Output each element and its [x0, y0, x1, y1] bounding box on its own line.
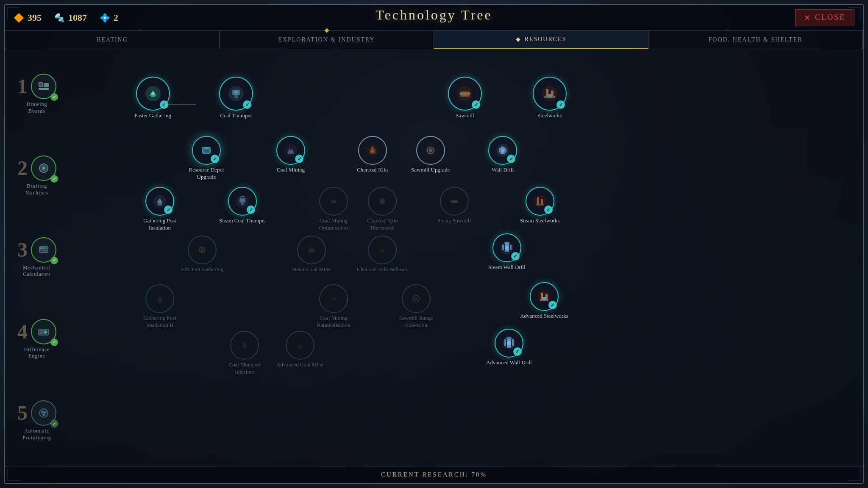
wall-drill-circle: ✓: [488, 136, 517, 165]
node-steam-sawmill[interactable]: Steam Sawmill: [437, 187, 471, 225]
gold-icon: 🔶: [14, 13, 24, 23]
svg-point-83: [534, 195, 546, 208]
tabs-bar: HEATING EXPLORATION & INDUSTRY ◆ RESOURC…: [5, 30, 863, 49]
era-sidebar: 1 ✓ DrawingBoards 2: [9, 53, 64, 462]
resource-metal: 🔩 1087: [54, 12, 87, 23]
node-coal-mining-rationalisation[interactable]: Coal Mining Rationalisation: [308, 284, 359, 329]
node-resource-depot[interactable]: ✓ Resource Depot Upgrade: [181, 136, 232, 181]
node-sawmill-range-extension[interactable]: Sawmill Range Extension: [391, 284, 442, 329]
era-3-label: MechanicalCalculators: [23, 265, 51, 278]
gathering-post-insulation-check: ✓: [164, 205, 172, 214]
svg-point-98: [327, 292, 340, 305]
svg-point-15: [45, 331, 46, 333]
svg-rect-2: [44, 83, 49, 87]
steam-wall-drill-circle: ✓: [492, 233, 521, 262]
tab-heating[interactable]: HEATING: [5, 30, 220, 49]
svg-point-50: [463, 92, 467, 96]
sawmill-range-extension-circle: [402, 284, 431, 313]
node-advanced-steelworks[interactable]: ✓ Advanced Steelworks: [520, 282, 568, 320]
svg-point-46: [234, 91, 238, 94]
era-2: 2 ✓ DraftingMachines: [9, 155, 64, 196]
sawmill-upgrade-circle: [416, 136, 445, 165]
coal-thumper-circle: ✓: [219, 77, 253, 111]
metal-value: 1087: [68, 12, 87, 23]
steam-steelworks-circle: ✓: [526, 187, 554, 216]
close-x-icon: ✕: [804, 13, 812, 22]
gems-icon: 💠: [100, 13, 110, 23]
node-coal-thumper-injectors[interactable]: Coal Thumper Injectors: [219, 331, 270, 376]
node-steam-steelworks[interactable]: ✓ Steam Steelworks: [520, 187, 560, 225]
svg-rect-45: [234, 95, 238, 98]
node-faster-gathering[interactable]: ✓ Faster Gathering: [134, 77, 171, 119]
tab-food-health-shelter[interactable]: FOOD, HEALTH & SHELTER: [648, 30, 863, 49]
svg-rect-86: [536, 204, 544, 205]
era-5-check: ✓: [50, 420, 58, 427]
wall-drill-label: Wall Drill: [492, 166, 514, 174]
coal-thumper-label: Coal Thumper: [220, 112, 252, 119]
tab-resources[interactable]: ◆ RESOURCES: [434, 30, 648, 49]
node-steam-wall-drill[interactable]: ✓ Steam Wall Drill: [488, 233, 526, 271]
era-4-check: ✓: [50, 338, 58, 346]
svg-point-59: [284, 144, 297, 157]
coal-mining-rationalisation-circle: [319, 284, 348, 313]
page-title: Technology Tree: [376, 7, 492, 23]
tab-exploration-industry[interactable]: EXPLORATION & INDUSTRY: [220, 30, 434, 49]
resource-depot-circle: ✓: [192, 136, 221, 165]
node-wall-drill[interactable]: ✓ Wall Drill: [488, 136, 517, 174]
node-gathering-post-insulation[interactable]: ✓ Gathering Post Insulation: [134, 187, 185, 232]
node-advanced-coal-mine[interactable]: Advanced Coal Mine: [276, 331, 323, 369]
close-label: CLOSE: [815, 13, 846, 22]
coal-mining-optimisation-label: Coal Mining Optimisation: [308, 217, 359, 232]
svg-point-17: [42, 413, 45, 416]
svg-rect-60: [288, 152, 294, 154]
era-5-label: AutomaticPrototyping: [22, 428, 51, 441]
svg-point-101: [415, 297, 417, 300]
sawmill-label: Sawmill: [456, 112, 474, 119]
wall-drill-check: ✓: [507, 155, 515, 163]
node-steam-coal-mine[interactable]: Steam Coal Mine: [292, 236, 331, 273]
main-frame: 🔶 395 🔩 1087 💠 2 Technology Tree ✕ CLOSE…: [4, 4, 864, 484]
node-gathering-post-insulation-2[interactable]: Gathering Post Insulation II: [134, 284, 185, 329]
charcoal-kiln-bellows-label: Charcoal Kiln Bellows: [357, 266, 407, 273]
node-sawmill[interactable]: ✓ Sawmill: [448, 77, 482, 119]
node-sawmill-upgrade[interactable]: Sawmill Upgrade: [411, 136, 450, 174]
faster-gathering-circle: ✓: [136, 77, 170, 111]
svg-point-6: [42, 167, 45, 169]
era-4-label: DifferenceEngine: [24, 347, 50, 360]
gathering-post-insulation-2-circle: [145, 284, 174, 313]
node-efficient-gathering[interactable]: Efficient Gathering: [181, 236, 223, 273]
node-coal-thumper[interactable]: ✓ Coal Thumper: [219, 77, 253, 119]
node-charcoal-kiln[interactable]: Charcoal Kiln: [357, 136, 388, 174]
coal-mining-circle: ✓: [276, 136, 305, 165]
svg-rect-74: [239, 198, 245, 202]
svg-rect-106: [542, 297, 546, 300]
era-3-check: ✓: [50, 257, 58, 264]
gathering-post-insulation-2-label: Gathering Post Insulation II: [134, 315, 185, 329]
svg-point-51: [542, 86, 557, 101]
advanced-steelworks-label: Advanced Steelworks: [520, 313, 568, 320]
coal-thumper-injectors-label: Coal Thumper Injectors: [219, 361, 270, 376]
svg-point-63: [371, 150, 374, 152]
era-1-label: DrawingBoards: [27, 101, 47, 114]
node-charcoal-kiln-bellows[interactable]: Charcoal Kiln Bellows: [357, 236, 407, 273]
svg-rect-10: [45, 247, 47, 249]
gathering-post-insulation-circle: ✓: [145, 187, 174, 216]
coal-mining-check: ✓: [295, 155, 303, 163]
resource-gems: 💠 2: [100, 12, 118, 23]
node-steam-coal-thumper[interactable]: ✓ Steam Coal Thumper: [219, 187, 266, 225]
node-advanced-wall-drill[interactable]: ✓ Advanced Wall Drill: [486, 329, 532, 366]
node-coal-mining[interactable]: ✓ Coal Mining: [276, 136, 305, 174]
svg-point-114: [507, 341, 511, 345]
svg-point-102: [538, 290, 551, 303]
svg-point-92: [381, 249, 384, 251]
node-steelworks[interactable]: ✓ Steelworks: [533, 77, 567, 119]
tab-diamond-icon: ◆: [516, 36, 521, 43]
steam-coal-thumper-circle: ✓: [228, 187, 257, 216]
node-coal-mining-optimisation[interactable]: Coal Mining Optimisation: [308, 187, 359, 232]
era-1-check: ✓: [50, 93, 58, 101]
svg-rect-75: [241, 202, 244, 205]
steam-wall-drill-check: ✓: [511, 252, 520, 261]
node-charcoal-kiln-thermostat[interactable]: Charcoal Kiln Thermostat: [357, 187, 408, 232]
tech-tree-area: 1 ✓ DrawingBoards 2: [5, 49, 863, 466]
close-button[interactable]: ✕ CLOSE: [795, 9, 854, 26]
